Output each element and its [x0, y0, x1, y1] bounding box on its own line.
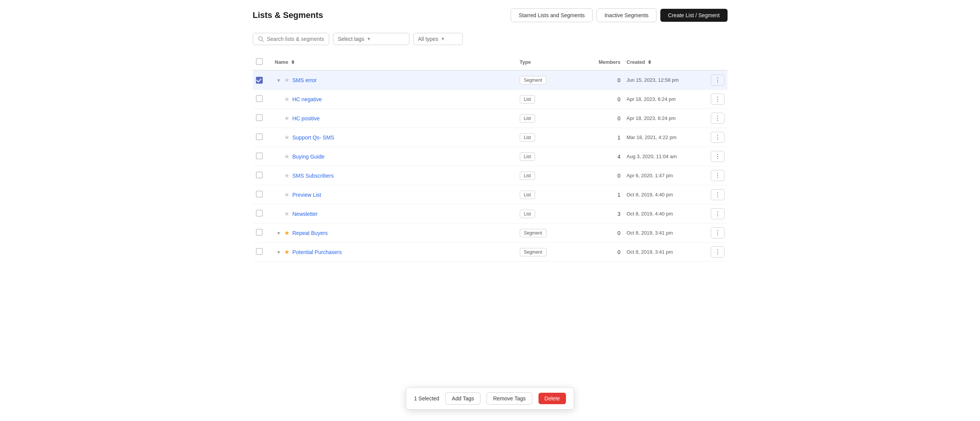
row-more-button[interactable]: ⋮: [711, 246, 724, 257]
row-name-cell: ▾★Repeat Buyers: [272, 223, 517, 243]
row-members-cell: 0: [578, 70, 624, 90]
row-checkbox[interactable]: [256, 95, 263, 102]
row-created-cell: Mar 18, 2021, 4:22 pm: [624, 128, 708, 147]
page-header: Lists & Segments Starred Lists and Segme…: [253, 8, 728, 22]
row-more-button[interactable]: ⋮: [711, 208, 724, 219]
row-more-button[interactable]: ⋮: [711, 113, 724, 124]
inactive-segments-button[interactable]: Inactive Segments: [597, 8, 657, 22]
row-name-link[interactable]: SMS error: [293, 77, 317, 83]
star-icon[interactable]: ★: [284, 172, 289, 179]
tags-select[interactable]: Select tags ▼: [333, 33, 409, 45]
star-icon[interactable]: ★: [284, 153, 289, 160]
star-icon[interactable]: ★: [284, 76, 289, 84]
select-all-header[interactable]: [253, 54, 272, 70]
row-name-cell: ▾★SMS error: [272, 70, 517, 90]
table-row: ★HC negativeList0Apr 18, 2023, 6:24 pm⋮: [253, 90, 728, 109]
row-created-cell: Jun 15, 2023, 12:58 pm: [624, 70, 708, 90]
row-checkbox[interactable]: [256, 114, 263, 121]
type-select-label: All types: [418, 36, 438, 42]
row-name-link[interactable]: Buying Guide: [293, 154, 325, 160]
row-members-cell: 0: [578, 90, 624, 109]
row-actions-cell[interactable]: ⋮: [708, 185, 728, 204]
row-checkbox[interactable]: [256, 210, 263, 217]
row-name-link[interactable]: HC negative: [293, 96, 322, 102]
row-more-button[interactable]: ⋮: [711, 189, 724, 200]
row-actions-cell[interactable]: ⋮: [708, 147, 728, 166]
row-more-button[interactable]: ⋮: [711, 132, 724, 143]
row-more-button[interactable]: ⋮: [711, 151, 724, 162]
row-created-cell: Oct 8, 2019, 4:40 pm: [624, 204, 708, 223]
row-check-cell[interactable]: [253, 223, 272, 243]
search-box[interactable]: [253, 33, 329, 45]
row-created-cell: Oct 8, 2019, 3:41 pm: [624, 243, 708, 262]
row-name-link[interactable]: Preview List: [293, 192, 321, 198]
row-actions-cell[interactable]: ⋮: [708, 90, 728, 109]
row-check-cell[interactable]: [253, 166, 272, 185]
row-check-cell[interactable]: [253, 70, 272, 90]
star-icon[interactable]: ★: [284, 96, 289, 103]
row-check-cell[interactable]: [253, 147, 272, 166]
row-actions-cell[interactable]: ⋮: [708, 128, 728, 147]
expand-row-icon[interactable]: ▾: [275, 77, 283, 83]
row-check-cell[interactable]: [253, 128, 272, 147]
type-badge: List: [520, 152, 535, 161]
row-name-link[interactable]: Newsletter: [293, 211, 318, 217]
row-actions-cell[interactable]: ⋮: [708, 70, 728, 90]
row-actions-cell[interactable]: ⋮: [708, 204, 728, 223]
star-icon[interactable]: ★: [284, 229, 289, 236]
row-check-cell[interactable]: [253, 185, 272, 204]
row-more-button[interactable]: ⋮: [711, 94, 724, 105]
name-sort-icon[interactable]: [291, 60, 294, 64]
row-members-cell: 0: [578, 223, 624, 243]
row-name-link[interactable]: Support Qs- SMS: [293, 134, 335, 141]
starred-lists-button[interactable]: Starred Lists and Segments: [511, 8, 593, 22]
table-row: ▾★Potential PurchasersSegment0Oct 8, 201…: [253, 243, 728, 262]
select-all-checkbox[interactable]: [256, 58, 263, 65]
row-name-link[interactable]: Repeat Buyers: [293, 230, 328, 236]
row-checkbox[interactable]: [256, 248, 263, 255]
star-icon[interactable]: ★: [284, 115, 289, 122]
row-check-cell[interactable]: [253, 204, 272, 223]
row-type-cell: List: [517, 147, 578, 166]
row-name-link[interactable]: SMS Subscribers: [293, 173, 334, 179]
row-name-cell: ★SMS Subscribers: [272, 166, 517, 185]
row-check-cell[interactable]: [253, 243, 272, 262]
row-name-link[interactable]: HC positive: [293, 115, 320, 121]
expand-row-icon[interactable]: ▾: [275, 230, 283, 236]
expand-row-icon[interactable]: ▾: [275, 249, 283, 255]
star-icon[interactable]: ★: [284, 191, 289, 198]
row-more-button[interactable]: ⋮: [711, 227, 724, 238]
row-members-cell: 1: [578, 185, 624, 204]
row-checkbox[interactable]: [256, 191, 263, 198]
row-checkbox[interactable]: [256, 229, 263, 236]
star-icon[interactable]: ★: [284, 134, 289, 141]
row-checkbox[interactable]: [256, 172, 263, 178]
row-check-cell[interactable]: [253, 109, 272, 128]
star-icon[interactable]: ★: [284, 210, 289, 217]
row-checkbox[interactable]: [256, 133, 263, 140]
row-check-cell[interactable]: [253, 90, 272, 109]
row-members-cell: 1: [578, 128, 624, 147]
created-sort-icon[interactable]: [648, 60, 651, 64]
row-name-cell: ★Preview List: [272, 185, 517, 204]
row-checkbox[interactable]: [256, 77, 263, 84]
row-type-cell: List: [517, 204, 578, 223]
row-actions-cell[interactable]: ⋮: [708, 166, 728, 185]
type-select[interactable]: All types ▼: [413, 33, 463, 45]
row-actions-cell[interactable]: ⋮: [708, 109, 728, 128]
row-more-button[interactable]: ⋮: [711, 74, 724, 86]
row-name-link[interactable]: Potential Purchasers: [293, 249, 342, 255]
star-icon[interactable]: ★: [284, 248, 289, 256]
type-badge: List: [520, 191, 535, 199]
row-more-button[interactable]: ⋮: [711, 170, 724, 181]
create-list-segment-button[interactable]: Create List / Segment: [660, 9, 727, 22]
type-badge: Segment: [520, 248, 547, 256]
search-input[interactable]: [267, 36, 324, 42]
row-created-cell: Aug 3, 2020, 11:04 am: [624, 147, 708, 166]
th-members: Members: [578, 54, 624, 70]
row-name-cell: ★Buying Guide: [272, 147, 517, 166]
row-actions-cell[interactable]: ⋮: [708, 243, 728, 262]
row-members-cell: 0: [578, 166, 624, 185]
row-checkbox[interactable]: [256, 152, 263, 159]
row-actions-cell[interactable]: ⋮: [708, 223, 728, 243]
